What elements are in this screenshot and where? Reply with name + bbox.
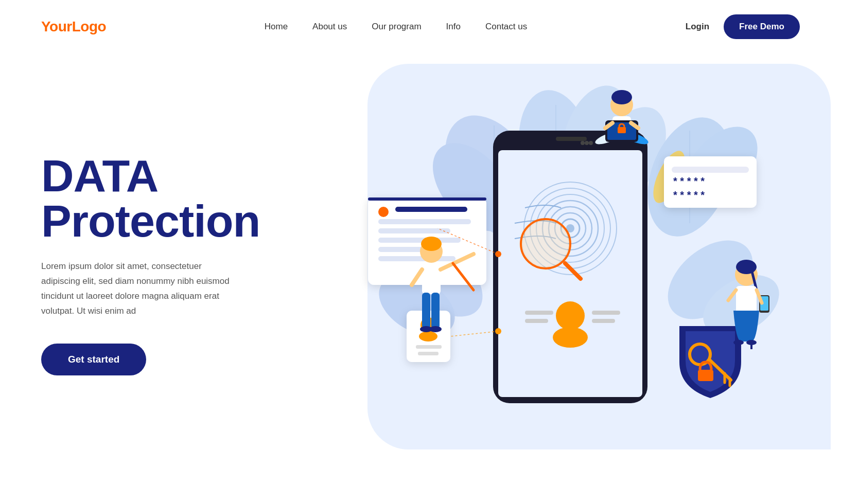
svg-point-21 [378, 207, 389, 217]
hero-illustration: * * * * * * * * * * [309, 64, 800, 465]
svg-rect-25 [378, 238, 461, 243]
svg-rect-61 [672, 167, 749, 173]
svg-rect-32 [418, 352, 439, 355]
svg-rect-55 [592, 319, 615, 323]
svg-rect-54 [592, 311, 620, 315]
login-button[interactable]: Login [686, 22, 709, 32]
svg-rect-22 [395, 207, 467, 212]
hero-description: Lorem ipsum dolor sit amet, consectetuer… [41, 259, 237, 319]
nav-info[interactable]: Info [446, 22, 461, 31]
svg-rect-82 [422, 293, 430, 329]
nav-about[interactable]: About us [312, 22, 347, 31]
logo-text-normal: Your [41, 19, 72, 34]
svg-rect-53 [525, 319, 548, 323]
nav-actions: Login Free Demo [686, 14, 800, 39]
hero-title: DATA Protection [41, 153, 288, 244]
logo[interactable]: YourLogo [41, 19, 106, 35]
svg-point-36 [585, 141, 589, 145]
nav-links: Home About us Our program Info Contact u… [265, 22, 527, 32]
nav-program[interactable]: Our program [372, 22, 421, 31]
hero-text: DATA Protection Lorem ipsum dolor sit am… [41, 153, 288, 375]
svg-rect-38 [498, 150, 642, 397]
svg-rect-81 [422, 263, 441, 294]
svg-point-80 [421, 237, 442, 251]
svg-point-51 [553, 327, 588, 348]
svg-rect-92 [736, 286, 757, 314]
svg-point-48 [523, 221, 568, 266]
svg-rect-76 [618, 127, 626, 133]
svg-point-30 [419, 331, 437, 341]
svg-point-90 [736, 260, 757, 274]
get-started-button[interactable]: Get started [41, 344, 146, 375]
svg-rect-20 [368, 197, 486, 201]
free-demo-button[interactable]: Free Demo [724, 14, 800, 39]
svg-rect-68 [698, 370, 713, 381]
svg-point-37 [589, 141, 593, 145]
logo-text-accent: Logo [72, 19, 106, 34]
svg-text:* * * * *: * * * * * [673, 175, 705, 187]
svg-rect-23 [378, 219, 471, 224]
svg-line-59 [450, 331, 498, 336]
hero-section: DATA Protection Lorem ipsum dolor sit am… [0, 53, 841, 485]
navbar: YourLogo Home About us Our program Info … [0, 0, 841, 53]
svg-point-85 [429, 326, 442, 332]
svg-point-50 [556, 301, 585, 330]
svg-point-70 [611, 90, 632, 104]
svg-rect-83 [431, 293, 440, 329]
svg-rect-52 [525, 311, 553, 315]
illustration-svg: * * * * * * * * * * [340, 74, 782, 434]
svg-text:* * * * *: * * * * * [673, 189, 705, 201]
svg-point-35 [581, 141, 585, 145]
svg-rect-27 [378, 256, 455, 261]
nav-home[interactable]: Home [265, 22, 288, 31]
svg-rect-31 [416, 345, 442, 349]
svg-rect-34 [556, 137, 587, 141]
nav-contact[interactable]: Contact us [485, 22, 527, 31]
